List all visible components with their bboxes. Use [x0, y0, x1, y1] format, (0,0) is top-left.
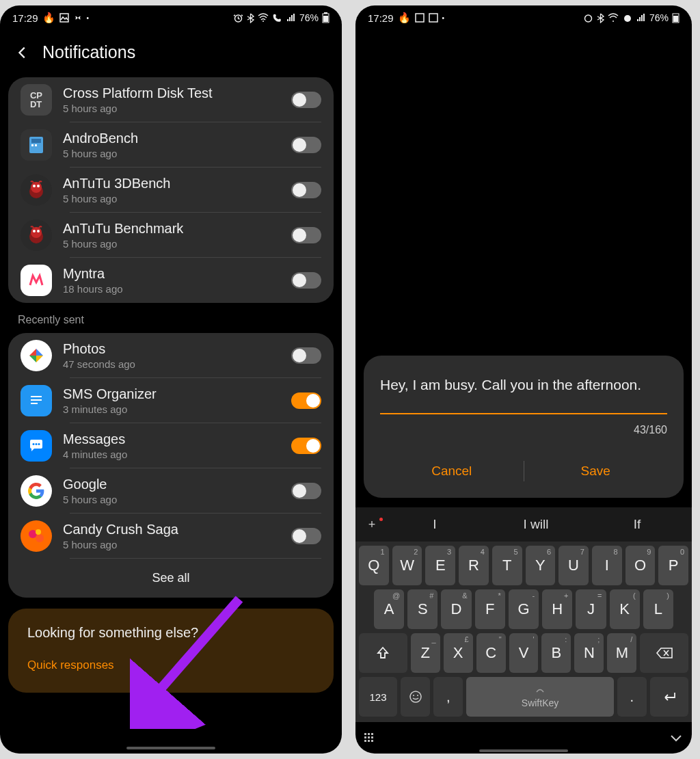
notification-toggle[interactable] — [291, 137, 321, 153]
app-name: Cross Platform Disk Test — [63, 85, 291, 101]
key-v[interactable]: V' — [509, 633, 539, 673]
key-n[interactable]: N; — [574, 633, 604, 673]
key-e[interactable]: E3 — [425, 546, 455, 585]
home-indicator[interactable] — [126, 747, 215, 749]
see-all-button[interactable]: See all — [146, 565, 195, 591]
key-w[interactable]: W2 — [392, 546, 422, 585]
status-bar: 17:29 🔥 • 76% — [0, 5, 342, 30]
key-c[interactable]: C" — [476, 633, 506, 673]
app-row[interactable]: AndroBench5 hours ago — [8, 122, 334, 168]
app-row[interactable]: Google5 hours ago — [8, 468, 334, 514]
notification-toggle[interactable] — [291, 483, 321, 499]
keyboard-switch-icon[interactable] — [364, 732, 377, 743]
svg-point-25 — [36, 534, 44, 542]
app-row[interactable]: Myntra18 hours ago — [8, 258, 334, 303]
svg-point-22 — [36, 443, 38, 445]
app-name: AnTuTu Benchmark — [63, 221, 291, 237]
emoji-key[interactable] — [401, 677, 430, 717]
app-row[interactable]: AnTuTu Benchmark5 hours ago — [8, 213, 334, 258]
key-f[interactable]: F* — [475, 589, 505, 629]
key-r[interactable]: R4 — [459, 546, 489, 585]
space-key[interactable]: SwiftKey — [466, 677, 614, 717]
app-name: Messages — [63, 431, 291, 447]
header: Notifications — [0, 30, 342, 77]
key-x[interactable]: X£ — [444, 633, 473, 673]
key-m[interactable]: M/ — [607, 633, 636, 673]
key-u[interactable]: U7 — [558, 546, 589, 585]
notification-toggle[interactable] — [291, 272, 321, 289]
app-name: Candy Crush Saga — [63, 522, 291, 537]
section-label: Recently sent — [0, 314, 342, 333]
expand-toolbar-icon[interactable]: + — [362, 518, 381, 532]
key-s[interactable]: S# — [407, 589, 438, 629]
keyboard-row: Z_X£C"V'B:N;M/ — [359, 633, 688, 673]
status-bar: 17:29 🔥 • 76% — [355, 5, 692, 30]
notification-toggle[interactable] — [291, 528, 321, 544]
suggestion[interactable]: I — [387, 517, 483, 532]
notification-toggle[interactable] — [291, 227, 321, 243]
app-row[interactable]: Candy Crush Saga5 hours ago — [8, 514, 334, 559]
image-icon — [59, 13, 69, 23]
app-row[interactable]: Messages4 minutes ago — [8, 423, 334, 468]
notification-toggle[interactable] — [291, 182, 321, 198]
key-b[interactable]: B: — [541, 633, 571, 673]
flame-icon: 🔥 — [398, 12, 411, 24]
quick-responses-link[interactable]: Quick responses — [27, 658, 314, 672]
promo-panel: Looking for something else? Quick respon… — [8, 609, 334, 693]
enter-key[interactable] — [650, 677, 688, 717]
app-time: 5 hours ago — [63, 494, 291, 505]
app-row[interactable]: CPDT Cross Platform Disk Test5 hours ago — [8, 77, 334, 122]
app-row[interactable]: SMS Organizer3 minutes ago — [8, 378, 334, 423]
shift-key[interactable] — [359, 633, 407, 673]
key-i[interactable]: I8 — [592, 546, 622, 585]
key-g[interactable]: G- — [509, 589, 539, 629]
notification-toggle[interactable] — [291, 392, 321, 409]
key-d[interactable]: D& — [441, 589, 471, 629]
cancel-button[interactable]: Cancel — [380, 457, 524, 485]
app-time: 5 hours ago — [63, 193, 291, 204]
key-z[interactable]: Z_ — [411, 633, 440, 673]
svg-rect-39 — [368, 733, 370, 735]
key-h[interactable]: H+ — [542, 589, 572, 629]
svg-rect-8 — [31, 144, 33, 146]
svg-rect-7 — [31, 139, 41, 143]
key-t[interactable]: T5 — [492, 546, 522, 585]
backspace-key[interactable] — [640, 633, 688, 673]
key-p[interactable]: P0 — [658, 546, 688, 585]
svg-point-21 — [33, 443, 35, 445]
notification-toggle[interactable] — [291, 92, 321, 108]
comma-key[interactable]: , — [433, 677, 463, 717]
suggestion[interactable]: I will — [488, 517, 584, 532]
svg-point-35 — [410, 691, 421, 702]
collapse-keyboard-icon[interactable] — [669, 733, 684, 743]
period-key[interactable]: . — [617, 677, 647, 717]
svg-rect-40 — [371, 733, 373, 735]
suggestion[interactable]: If — [589, 517, 685, 532]
key-k[interactable]: K( — [610, 589, 640, 629]
status-time: 17:29 — [12, 12, 38, 24]
key-q[interactable]: Q1 — [359, 546, 389, 585]
key-o[interactable]: O9 — [625, 546, 656, 585]
battery-percent: 76% — [649, 12, 669, 23]
home-indicator[interactable] — [479, 749, 568, 752]
response-text-input[interactable]: Hey, I am busy. Call you in the afternoo… — [380, 375, 667, 414]
keyboard-row: 123 , SwiftKey . — [359, 677, 688, 717]
save-button[interactable]: Save — [524, 457, 668, 485]
key-a[interactable]: A@ — [374, 589, 404, 629]
svg-rect-5 — [323, 16, 328, 22]
see-all-row[interactable]: See all — [8, 559, 334, 598]
notification-toggle[interactable] — [291, 347, 321, 364]
svg-rect-19 — [31, 399, 42, 401]
back-icon[interactable] — [15, 45, 30, 60]
key-y[interactable]: Y6 — [526, 546, 556, 585]
app-name: AndroBench — [63, 131, 291, 146]
key-j[interactable]: J= — [576, 589, 606, 629]
app-row[interactable]: Photos47 seconds ago — [8, 333, 334, 378]
apps-panel-recent: Photos47 seconds ago SMS Organizer3 minu… — [8, 333, 334, 598]
numeric-key[interactable]: 123 — [359, 677, 397, 717]
status-left: 17:29 🔥 • — [12, 12, 89, 24]
app-row[interactable]: AnTuTu 3DBench5 hours ago — [8, 168, 334, 213]
notification-toggle[interactable] — [291, 438, 321, 454]
key-l[interactable]: L) — [643, 589, 673, 629]
app-time: 5 hours ago — [63, 103, 291, 114]
